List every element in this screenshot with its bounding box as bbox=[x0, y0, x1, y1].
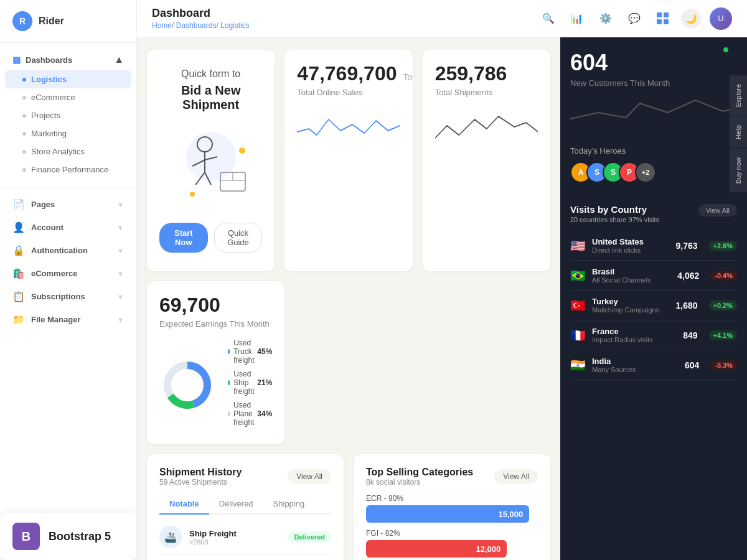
donut-legend: Used Truck freight 45% Used Ship freight… bbox=[228, 338, 272, 432]
logo-icon: R bbox=[12, 11, 32, 31]
ship-freight-icon: 🚢 bbox=[159, 526, 182, 548]
country-list: 🇺🇸 United States Direct link clicks 9,76… bbox=[570, 231, 737, 380]
sidebar-item-authentication[interactable]: 🔒 Authentication ▼ bbox=[0, 239, 136, 262]
shipments-chart bbox=[435, 107, 538, 144]
start-now-button[interactable]: Start Now bbox=[159, 223, 208, 253]
floating-tabs: Explore Help Buy now bbox=[730, 75, 747, 192]
apps-icon[interactable] bbox=[653, 9, 672, 28]
sidebar-item-filemanager[interactable]: 📁 File Manager ▼ bbox=[0, 308, 136, 331]
chevron-down-icon: ▼ bbox=[117, 316, 124, 324]
sidebar-item-store-analytics[interactable]: Store Analytics bbox=[0, 142, 136, 161]
sidebar-item-logistics[interactable]: Logistics bbox=[5, 70, 131, 88]
tab-notable[interactable]: Notable bbox=[159, 494, 209, 515]
country-visits-3: 849 bbox=[683, 330, 697, 340]
bid-illustration bbox=[161, 126, 261, 207]
right-panel: Explore Help Buy now 604 New Customers T… bbox=[560, 37, 747, 560]
country-source-4: Many Sources bbox=[592, 366, 679, 373]
user-avatar[interactable]: U bbox=[710, 7, 732, 30]
legend-truck: Used Truck freight 45% bbox=[228, 338, 272, 365]
visits-by-country: Visits by Country 20 countries share 97%… bbox=[560, 193, 747, 560]
logo-text: Rider bbox=[39, 16, 64, 27]
top-selling-view-all[interactable]: View All bbox=[494, 469, 538, 484]
country-title: Visits by Country bbox=[570, 204, 659, 215]
ship-pct: 21% bbox=[257, 378, 272, 387]
country-item-0: 🇺🇸 United States Direct link clicks 9,76… bbox=[570, 231, 737, 261]
shipment-item-2: ✈️ Air Hotel #1234 Shipping bbox=[159, 555, 331, 560]
ship-dot bbox=[228, 380, 230, 385]
account-icon: 👤 bbox=[12, 222, 25, 233]
sidebar: R Rider ▦ Dashboards ▲ Logistics eCommer… bbox=[0, 0, 137, 560]
chat-icon[interactable]: 💬 bbox=[624, 9, 644, 29]
ship-info-1: Ship Freight #2808 bbox=[189, 529, 280, 546]
sidebar-item-pages[interactable]: 📄 Pages ▼ bbox=[0, 193, 136, 216]
country-source-2: Mailchimp Campaigns bbox=[592, 306, 669, 314]
dark-mode-toggle[interactable]: 🌙 bbox=[681, 9, 701, 29]
dot-icon bbox=[22, 132, 26, 136]
donut-chart bbox=[159, 357, 215, 413]
country-visits-1: 4,062 bbox=[677, 271, 699, 281]
settings-icon[interactable]: ⚙️ bbox=[596, 9, 616, 29]
chevron-down-icon: ▼ bbox=[117, 270, 124, 278]
bar-track-1: 12,000 bbox=[366, 540, 507, 558]
country-section-header: Visits by Country 20 countries share 97%… bbox=[570, 204, 737, 223]
bid-subtitle: Quick form to bbox=[181, 68, 240, 80]
floating-tab-explore[interactable]: Explore bbox=[730, 75, 747, 116]
total-sales-card: 47,769,700 Tons Total Online Sales bbox=[284, 50, 412, 271]
country-name-1: Brasil bbox=[592, 267, 671, 276]
bid-buttons: Start Now Quick Guide bbox=[159, 223, 262, 253]
dashboards-label: Dashboards bbox=[26, 55, 72, 65]
country-view-all[interactable]: View All bbox=[698, 204, 737, 217]
sidebar-item-marketing[interactable]: Marketing bbox=[0, 124, 136, 142]
shipment-title: Shipment History bbox=[159, 467, 242, 478]
breadcrumb-home: Home/ bbox=[152, 21, 176, 30]
tab-shipping[interactable]: Shipping bbox=[263, 494, 315, 515]
country-item-2: 🇹🇷 Turkey Mailchimp Campaigns 1,680 +0.2… bbox=[570, 291, 737, 320]
top-cards-row: Quick form to Bid a New Shipment bbox=[147, 50, 550, 271]
top-selling-header: Top Selling Categories 8k social visitor… bbox=[366, 467, 538, 487]
bar-value-0: 15,000 bbox=[498, 510, 523, 519]
truck-dot bbox=[228, 349, 230, 354]
search-icon[interactable]: 🔍 bbox=[538, 9, 558, 29]
earnings-label: Expected Earnings This Month bbox=[159, 319, 272, 329]
sidebar-item-ecommerce2[interactable]: 🛍️ eCommerce ▼ bbox=[0, 262, 136, 285]
sidebar-item-finance-performance[interactable]: Finance Performance bbox=[0, 161, 136, 179]
sidebar-item-projects[interactable]: Projects bbox=[0, 106, 136, 124]
bar-track-0: 15,000 bbox=[366, 505, 529, 523]
sales-unit: Tons bbox=[403, 72, 412, 82]
sidebar-item-account[interactable]: 👤 Account ▼ bbox=[0, 216, 136, 239]
breadcrumb-logistics[interactable]: Logistics bbox=[220, 21, 250, 30]
floating-tab-buy-now[interactable]: Buy now bbox=[730, 148, 747, 192]
dashboards-group[interactable]: ▦ Dashboards ▲ bbox=[0, 49, 136, 70]
floating-tab-help[interactable]: Help bbox=[730, 116, 747, 148]
bootstrap-label: Bootstrap 5 bbox=[49, 530, 111, 543]
sales-label: Total Online Sales bbox=[297, 88, 400, 97]
dark-top-area: 604 New Customers This Month Today's Her… bbox=[560, 37, 747, 193]
shipment-header-text: Shipment History 59 Active Shipments bbox=[159, 467, 242, 487]
breadcrumb: Home/ Dashboards/ Logistics bbox=[152, 21, 250, 30]
sales-chart bbox=[297, 107, 400, 144]
country-name-4: India bbox=[592, 357, 679, 366]
main-content: Dashboard Home/ Dashboards/ Logistics 🔍 … bbox=[137, 0, 747, 560]
chart-icon[interactable]: 📊 bbox=[567, 9, 587, 29]
bar-value-1: 12,000 bbox=[476, 544, 501, 554]
sidebar-item-subscriptions[interactable]: 📋 Subscriptions ▼ bbox=[0, 285, 136, 308]
country-change-3: +4.1% bbox=[709, 330, 738, 340]
earnings-value: 69,700 bbox=[159, 294, 220, 316]
quick-guide-button[interactable]: Quick Guide bbox=[214, 223, 263, 253]
shipment-subtitle: 59 Active Shipments bbox=[159, 478, 242, 487]
dot-icon bbox=[22, 150, 26, 154]
bar-label-1: FGI - 82% bbox=[366, 529, 538, 538]
sales-value: 47,769,700 bbox=[297, 62, 397, 85]
customers-chart bbox=[570, 94, 737, 125]
sidebar-logo[interactable]: R Rider bbox=[0, 0, 136, 43]
tab-delivered[interactable]: Delivered bbox=[209, 494, 263, 515]
country-visits-0: 9,763 bbox=[675, 241, 697, 251]
sidebar-item-ecommerce[interactable]: eCommerce bbox=[0, 88, 136, 106]
subscriptions-icon: 📋 bbox=[12, 291, 25, 302]
shipment-view-all[interactable]: View All bbox=[288, 469, 331, 484]
flag-4: 🇮🇳 bbox=[570, 358, 586, 373]
country-change-4: -8.3% bbox=[710, 360, 737, 370]
country-change-2: +0.2% bbox=[709, 301, 738, 310]
plane-pct: 34% bbox=[257, 409, 272, 418]
flag-0: 🇺🇸 bbox=[570, 238, 586, 253]
